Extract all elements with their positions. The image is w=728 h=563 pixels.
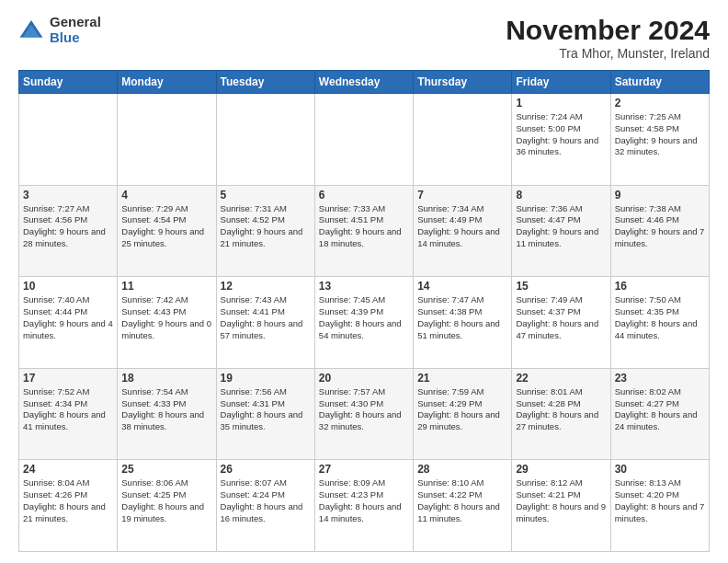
day-number: 25 — [121, 463, 211, 476]
calendar-cell — [118, 94, 216, 186]
calendar-cell: 1Sunrise: 7:24 AMSunset: 5:00 PMDaylight… — [512, 94, 610, 186]
day-number: 2 — [615, 97, 705, 109]
day-number: 14 — [417, 280, 507, 293]
calendar-cell: 28Sunrise: 8:10 AMSunset: 4:22 PMDayligh… — [414, 460, 512, 552]
calendar-cell: 10Sunrise: 7:40 AMSunset: 4:44 PMDayligh… — [19, 277, 118, 369]
day-number: 13 — [319, 280, 409, 293]
calendar-cell: 2Sunrise: 7:25 AMSunset: 4:58 PMDaylight… — [610, 94, 709, 186]
day-number: 12 — [221, 280, 311, 293]
calendar-cell: 14Sunrise: 7:47 AMSunset: 4:38 PMDayligh… — [414, 277, 512, 369]
calendar-cell: 19Sunrise: 7:56 AMSunset: 4:31 PMDayligh… — [216, 368, 314, 460]
calendar-header: SundayMondayTuesdayWednesdayThursdayFrid… — [19, 71, 710, 94]
day-info: Sunrise: 7:33 AMSunset: 4:51 PMDaylight:… — [319, 203, 409, 250]
day-info: Sunrise: 8:10 AMSunset: 4:22 PMDaylight:… — [417, 477, 507, 524]
day-info: Sunrise: 7:59 AMSunset: 4:29 PMDaylight:… — [417, 386, 507, 433]
day-info: Sunrise: 8:02 AMSunset: 4:27 PMDaylight:… — [615, 386, 705, 433]
header-day-thursday: Thursday — [414, 71, 512, 94]
day-info: Sunrise: 8:12 AMSunset: 4:21 PMDaylight:… — [516, 477, 606, 524]
day-info: Sunrise: 7:24 AMSunset: 5:00 PMDaylight:… — [516, 111, 606, 158]
day-number: 4 — [121, 189, 211, 201]
day-info: Sunrise: 7:40 AMSunset: 4:44 PMDaylight:… — [23, 294, 113, 341]
calendar-cell: 23Sunrise: 8:02 AMSunset: 4:27 PMDayligh… — [610, 368, 709, 460]
day-info: Sunrise: 7:50 AMSunset: 4:35 PMDaylight:… — [615, 294, 705, 341]
calendar-cell: 12Sunrise: 7:43 AMSunset: 4:41 PMDayligh… — [216, 277, 314, 369]
day-number: 8 — [516, 189, 606, 201]
day-info: Sunrise: 7:29 AMSunset: 4:54 PMDaylight:… — [121, 203, 211, 250]
day-info: Sunrise: 7:43 AMSunset: 4:41 PMDaylight:… — [221, 294, 311, 341]
calendar-cell: 8Sunrise: 7:36 AMSunset: 4:47 PMDaylight… — [512, 185, 610, 277]
page-title: November 2024 — [506, 15, 710, 46]
calendar-cell: 29Sunrise: 8:12 AMSunset: 4:21 PMDayligh… — [512, 460, 610, 552]
day-number: 7 — [417, 189, 507, 201]
day-info: Sunrise: 7:45 AMSunset: 4:39 PMDaylight:… — [319, 294, 409, 341]
calendar-cell: 16Sunrise: 7:50 AMSunset: 4:35 PMDayligh… — [610, 277, 709, 369]
logo-icon — [18, 17, 44, 43]
calendar-week-1: 1Sunrise: 7:24 AMSunset: 5:00 PMDaylight… — [19, 94, 710, 186]
day-info: Sunrise: 7:56 AMSunset: 4:31 PMDaylight:… — [221, 386, 311, 433]
header-day-saturday: Saturday — [610, 71, 709, 94]
day-number: 18 — [121, 372, 211, 385]
calendar-cell: 3Sunrise: 7:27 AMSunset: 4:56 PMDaylight… — [19, 185, 118, 277]
day-number: 27 — [319, 463, 409, 476]
day-number: 19 — [221, 372, 311, 385]
header-day-friday: Friday — [512, 71, 610, 94]
calendar-cell: 18Sunrise: 7:54 AMSunset: 4:33 PMDayligh… — [118, 368, 216, 460]
day-number: 24 — [23, 463, 113, 476]
header-day-tuesday: Tuesday — [216, 71, 314, 94]
calendar-cell: 25Sunrise: 8:06 AMSunset: 4:25 PMDayligh… — [118, 460, 216, 552]
day-number: 16 — [615, 280, 705, 293]
calendar-week-5: 24Sunrise: 8:04 AMSunset: 4:26 PMDayligh… — [19, 460, 710, 552]
day-info: Sunrise: 7:34 AMSunset: 4:49 PMDaylight:… — [417, 203, 507, 250]
title-block: November 2024 Tra Mhor, Munster, Ireland — [506, 15, 710, 61]
day-number: 10 — [23, 280, 113, 293]
day-info: Sunrise: 8:06 AMSunset: 4:25 PMDaylight:… — [121, 477, 211, 524]
day-number: 30 — [615, 463, 705, 476]
day-number: 3 — [23, 189, 113, 201]
calendar-week-4: 17Sunrise: 7:52 AMSunset: 4:34 PMDayligh… — [19, 368, 710, 460]
day-number: 6 — [319, 189, 409, 201]
calendar-cell: 27Sunrise: 8:09 AMSunset: 4:23 PMDayligh… — [314, 460, 413, 552]
calendar-cell: 9Sunrise: 7:38 AMSunset: 4:46 PMDaylight… — [610, 185, 709, 277]
header-day-wednesday: Wednesday — [314, 71, 413, 94]
calendar-cell — [216, 94, 314, 186]
calendar-cell: 4Sunrise: 7:29 AMSunset: 4:54 PMDaylight… — [118, 185, 216, 277]
day-number: 17 — [23, 372, 113, 385]
logo-text: General Blue — [50, 15, 101, 45]
calendar-cell: 5Sunrise: 7:31 AMSunset: 4:52 PMDaylight… — [216, 185, 314, 277]
day-number: 9 — [615, 189, 705, 201]
header: General Blue November 2024 Tra Mhor, Mun… — [18, 15, 710, 61]
day-info: Sunrise: 8:04 AMSunset: 4:26 PMDaylight:… — [23, 477, 113, 524]
calendar-cell: 11Sunrise: 7:42 AMSunset: 4:43 PMDayligh… — [118, 277, 216, 369]
day-number: 5 — [221, 189, 311, 201]
day-info: Sunrise: 7:57 AMSunset: 4:30 PMDaylight:… — [319, 386, 409, 433]
day-info: Sunrise: 7:49 AMSunset: 4:37 PMDaylight:… — [516, 294, 606, 341]
calendar-week-3: 10Sunrise: 7:40 AMSunset: 4:44 PMDayligh… — [19, 277, 710, 369]
header-day-sunday: Sunday — [19, 71, 118, 94]
calendar-cell — [314, 94, 413, 186]
calendar-cell — [414, 94, 512, 186]
calendar-cell — [19, 94, 118, 186]
calendar-cell: 26Sunrise: 8:07 AMSunset: 4:24 PMDayligh… — [216, 460, 314, 552]
day-number: 15 — [516, 280, 606, 293]
logo-blue: Blue — [50, 30, 101, 46]
page-subtitle: Tra Mhor, Munster, Ireland — [506, 46, 710, 61]
day-info: Sunrise: 7:25 AMSunset: 4:58 PMDaylight:… — [615, 111, 705, 158]
header-row: SundayMondayTuesdayWednesdayThursdayFrid… — [19, 71, 710, 94]
day-info: Sunrise: 7:52 AMSunset: 4:34 PMDaylight:… — [23, 386, 113, 433]
day-number: 28 — [417, 463, 507, 476]
calendar-cell: 7Sunrise: 7:34 AMSunset: 4:49 PMDaylight… — [414, 185, 512, 277]
calendar-week-2: 3Sunrise: 7:27 AMSunset: 4:56 PMDaylight… — [19, 185, 710, 277]
calendar-table: SundayMondayTuesdayWednesdayThursdayFrid… — [18, 70, 710, 552]
day-info: Sunrise: 7:47 AMSunset: 4:38 PMDaylight:… — [417, 294, 507, 341]
day-info: Sunrise: 7:36 AMSunset: 4:47 PMDaylight:… — [516, 203, 606, 250]
logo: General Blue — [18, 15, 101, 45]
calendar-cell: 22Sunrise: 8:01 AMSunset: 4:28 PMDayligh… — [512, 368, 610, 460]
page: General Blue November 2024 Tra Mhor, Mun… — [0, 0, 728, 563]
day-number: 1 — [516, 97, 606, 109]
calendar-cell: 17Sunrise: 7:52 AMSunset: 4:34 PMDayligh… — [19, 368, 118, 460]
calendar-cell: 21Sunrise: 7:59 AMSunset: 4:29 PMDayligh… — [414, 368, 512, 460]
day-info: Sunrise: 7:42 AMSunset: 4:43 PMDaylight:… — [121, 294, 211, 341]
day-number: 20 — [319, 372, 409, 385]
calendar-cell: 13Sunrise: 7:45 AMSunset: 4:39 PMDayligh… — [314, 277, 413, 369]
calendar-cell: 24Sunrise: 8:04 AMSunset: 4:26 PMDayligh… — [19, 460, 118, 552]
